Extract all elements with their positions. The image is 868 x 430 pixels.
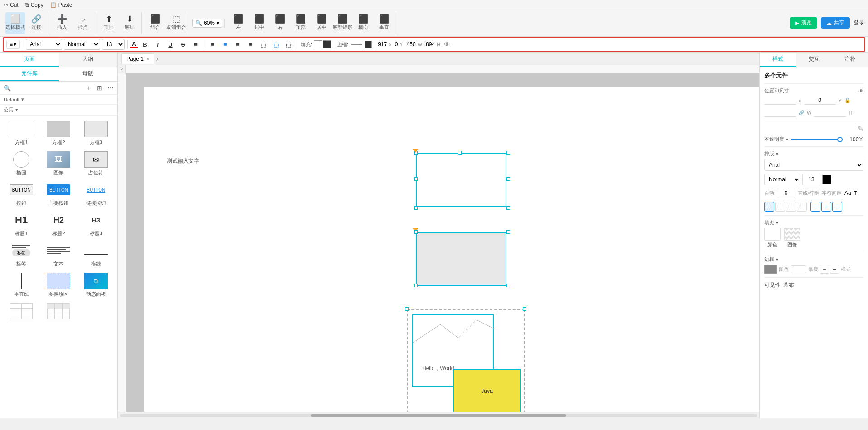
rp-border-thickness-input[interactable] (791, 265, 806, 273)
scrollbar-thumb[interactable] (311, 414, 566, 417)
component-item-box3[interactable]: 方框3 (78, 119, 114, 148)
search-input[interactable] (14, 85, 82, 91)
component-item-box1[interactable]: 方框1 (4, 119, 39, 148)
component-item-box2[interactable]: 方框2 (41, 119, 76, 148)
share-button[interactable]: ☁ 共享 (821, 17, 850, 29)
component-item-ellipse[interactable]: 椭圆 (4, 150, 39, 178)
visibility-eye-icon[interactable]: 👁 (444, 41, 450, 48)
align-bottom-text-btn[interactable]: ⬚ (283, 39, 294, 50)
control-point-btn[interactable]: ⬦ 控点 (73, 12, 93, 34)
component-item-h1[interactable]: H1 标题1 (4, 210, 39, 239)
component-item-vline[interactable]: 垂直线 (4, 271, 39, 300)
align-top-text-btn[interactable]: ⬚ (258, 39, 269, 50)
login-button[interactable]: 登录 (854, 19, 864, 27)
tab-notes[interactable]: 注释 (832, 53, 868, 67)
rp-auto-input[interactable] (777, 188, 795, 198)
copy-menu-item[interactable]: ⧉ Copy (25, 2, 43, 8)
rp-y-input[interactable] (804, 96, 836, 105)
canvas-group-outer[interactable]: Hello，World Java (407, 309, 525, 412)
preview-button[interactable]: ▶ 预览 (790, 17, 817, 29)
component-item-placeholder[interactable]: ✉ 占位符 (78, 150, 114, 178)
ungroup-btn[interactable]: ⬚ 取消组合 (166, 12, 186, 34)
component-item-hotspot[interactable]: 图像热区 (41, 271, 76, 300)
zoom-control[interactable]: 🔍 60% ▾ (192, 19, 222, 28)
component-item-text[interactable]: 文本 (41, 241, 76, 269)
canvas-box-2[interactable] (416, 232, 506, 286)
align-bottom-btn[interactable]: ⬛ 底部矩形 (333, 12, 352, 34)
canvas-tab-page1[interactable]: Page 1 × (121, 53, 154, 64)
rp-text-style-icon[interactable]: T (854, 190, 857, 196)
rp-valign-middle-btn[interactable]: ≡ (821, 202, 831, 212)
align-center-btn[interactable]: ⬛ 居中 (249, 12, 269, 34)
rp-w-input[interactable] (764, 108, 796, 117)
rp-border-style-1[interactable]: ─ (820, 265, 829, 274)
rp-lock-icon[interactable]: 🔒 (844, 97, 851, 103)
distribute-v-btn[interactable]: ⬛ 垂直 (374, 12, 394, 34)
connect-btn[interactable]: 🔗 连接 (26, 12, 46, 34)
align-middle-btn[interactable]: ⬛ 居中 (312, 12, 332, 34)
top-layer-btn[interactable]: ⬆ 顶层 (99, 12, 119, 34)
component-item-dynamic[interactable]: ⧉ 动态面板 (78, 271, 114, 300)
component-item-primary-button[interactable]: BUTTON 主要按钮 (41, 180, 76, 208)
paste-menu-item[interactable]: 📋 Paste (50, 2, 72, 8)
component-item-hline[interactable]: 横线 (78, 241, 114, 269)
align-middle-text-btn[interactable]: ⬚ (270, 39, 281, 50)
align-center-text-btn[interactable]: ≡ (220, 39, 231, 50)
rp-visibility-icon[interactable]: 👁 (858, 88, 863, 94)
rp-lock-wh-icon[interactable]: 🔗 (799, 110, 804, 115)
rp-valign-top-btn[interactable]: ≡ (810, 202, 820, 212)
align-right-btn[interactable]: ⬛ 右 (270, 12, 290, 34)
bold-btn[interactable]: B (140, 39, 150, 50)
tab-outline[interactable]: 大纲 (59, 53, 118, 67)
align-left-text-btn[interactable]: ≡ (207, 39, 218, 50)
insert-btn[interactable]: ➕ 插入 (52, 12, 72, 34)
canvas-yellow-box[interactable]: Java (453, 369, 521, 412)
canvas-viewport[interactable]: 测试输入文字 (126, 73, 759, 412)
font-family-select[interactable]: Arial (26, 39, 62, 50)
list-btn[interactable]: ≡ (190, 39, 201, 50)
rp-align-left-btn[interactable]: ≡ (764, 202, 774, 212)
border-color-box[interactable] (365, 41, 372, 48)
more-options-icon[interactable]: ⋯ (106, 83, 115, 92)
rp-border-style-2[interactable]: ┅ (830, 265, 839, 274)
rp-align-justify-btn[interactable]: ≡ (797, 202, 807, 212)
strikethrough-btn[interactable]: S (178, 39, 188, 50)
align-justify-text-btn[interactable]: ≡ (245, 39, 256, 50)
fill-white-box[interactable] (314, 40, 322, 48)
tab-style[interactable]: 样式 (760, 53, 796, 67)
rp-align-center-btn[interactable]: ≡ (775, 202, 785, 212)
component-item-button[interactable]: BUTTON 按钮 (4, 180, 39, 208)
rp-fill-image-option[interactable]: 图像 (784, 228, 800, 248)
bottom-layer-btn[interactable]: ⬇ 底层 (120, 12, 140, 34)
component-item-image[interactable]: 🖼 图像 (41, 150, 76, 178)
rp-x-input[interactable] (764, 96, 796, 105)
view-toggle-icon[interactable]: ⊞ (95, 83, 104, 92)
align-left-btn[interactable]: ⬛ 左 (228, 12, 248, 34)
add-component-icon[interactable]: + (84, 83, 93, 92)
tab-components[interactable]: 元件库 (0, 67, 59, 81)
component-item-table1[interactable] (4, 301, 39, 323)
font-size-select[interactable]: 13 (102, 39, 125, 50)
rp-align-right-btn[interactable]: ≡ (786, 202, 796, 212)
distribute-h-btn[interactable]: ⬛ 横向 (353, 12, 373, 34)
underline-btn[interactable]: U (165, 39, 176, 50)
tab-masters[interactable]: 母版 (59, 67, 118, 81)
rp-font-select[interactable]: Arial (764, 159, 863, 171)
group-btn[interactable]: ⬛ 组合 (145, 12, 165, 34)
rp-border-color-box[interactable] (764, 265, 777, 274)
cut-menu-item[interactable]: ✂ Cut (4, 2, 19, 8)
style-dropdown[interactable]: ≡ ▾ (6, 40, 20, 49)
component-item-link-button[interactable]: BUTTON 链接按钮 (78, 180, 114, 208)
rp-style-select[interactable]: Normal (764, 174, 800, 185)
rp-edit-icon[interactable]: ✎ (858, 125, 863, 133)
font-color-btn[interactable]: A (130, 40, 138, 48)
align-right-text-btn[interactable]: ≡ (232, 39, 243, 50)
fill-dark-box[interactable] (323, 40, 331, 48)
canvas-scroll-right-icon[interactable]: › (156, 55, 158, 63)
scrollbar-track[interactable] (120, 414, 757, 417)
rp-valign-bottom-btn[interactable]: ≡ (832, 202, 842, 212)
align-top-btn[interactable]: ⬛ 顶部 (291, 12, 311, 34)
tab-interact[interactable]: 交互 (796, 53, 832, 67)
component-item-h3[interactable]: H3 标题3 (78, 210, 114, 239)
rp-size-input[interactable] (802, 174, 820, 185)
